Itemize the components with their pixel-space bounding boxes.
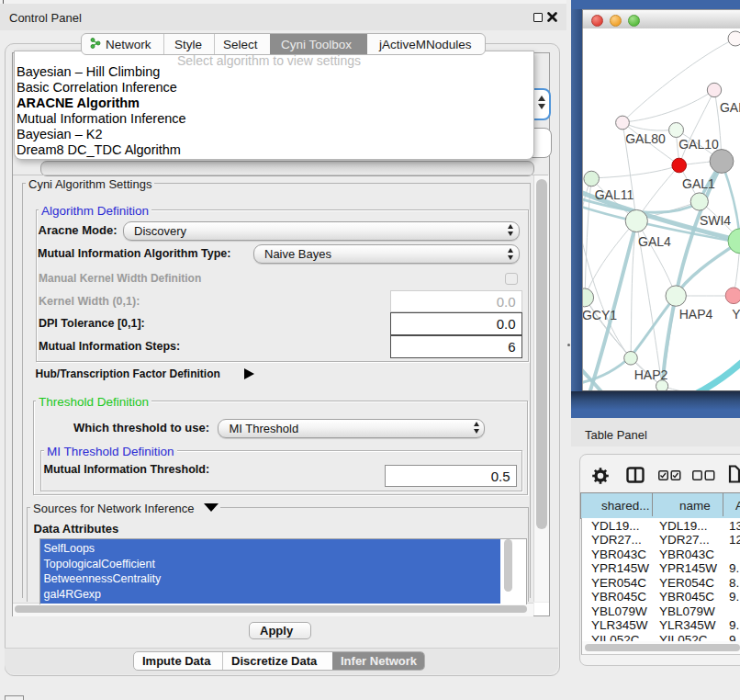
svg-text:HAP2: HAP2 bbox=[634, 367, 668, 382]
svg-text:SWI4: SWI4 bbox=[700, 213, 731, 228]
svg-text:GAL1: GAL1 bbox=[682, 176, 715, 191]
svg-text:GAL: GAL bbox=[720, 100, 740, 115]
svg-text:HAP4: HAP4 bbox=[679, 307, 713, 322]
svg-text:Y: Y bbox=[732, 307, 740, 322]
svg-text:GAL11: GAL11 bbox=[595, 187, 634, 202]
svg-text:GAL80: GAL80 bbox=[625, 131, 666, 146]
svg-text:GCY1: GCY1 bbox=[583, 308, 617, 322]
svg-text:GAL4: GAL4 bbox=[638, 234, 671, 249]
svg-text:GAL10: GAL10 bbox=[678, 137, 719, 152]
